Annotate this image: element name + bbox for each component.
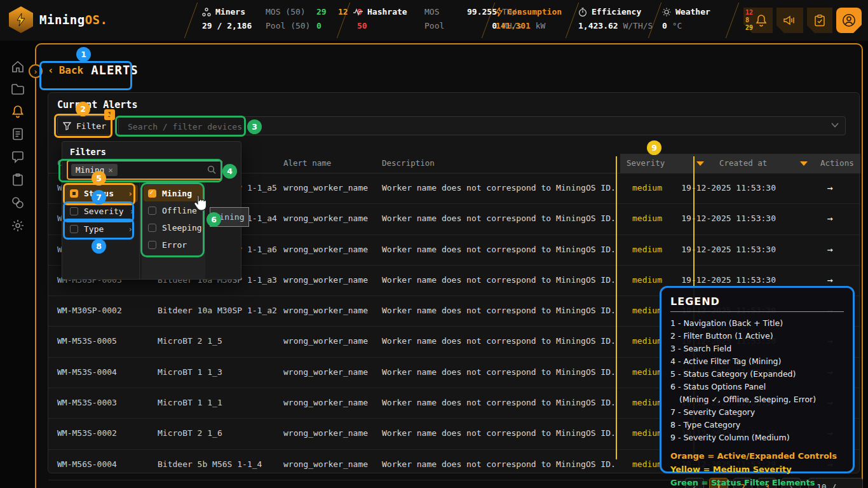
cell-comb-name: WM-M53S-0004 (57, 367, 117, 377)
severity-sort-icon[interactable] (696, 161, 704, 166)
category-checkbox[interactable] (70, 207, 78, 215)
page-title: ALERTS (91, 63, 139, 77)
coins-icon (11, 196, 25, 210)
row-action-arrow-icon[interactable]: → (817, 213, 843, 224)
chevron-right-icon: › (128, 189, 133, 198)
row-action-arrow-icon[interactable]: → (817, 244, 843, 255)
row-action-arrow-icon[interactable]: → (817, 182, 843, 194)
category-checkbox[interactable] (70, 189, 78, 198)
bell-icon (756, 14, 767, 27)
col-severity[interactable]: Severity (627, 158, 665, 168)
option-checkbox[interactable] (148, 241, 156, 249)
legend-title: LEGEND (670, 295, 844, 308)
legend-color-key: Orange = Active/Expanded Controls (670, 449, 844, 463)
legend-divider (670, 311, 844, 312)
cell-name: Bitdeer 10a M30SP 1-1_a2 (158, 306, 277, 315)
app-logo[interactable]: MiningOS. (9, 6, 107, 33)
cell-created-at: 19-12-2025 11:53:30 (674, 245, 776, 254)
tasks-button[interactable]: 8 (807, 8, 832, 33)
annotation-badge-2: 2 (76, 102, 90, 116)
notification-badge: 29 (745, 24, 753, 32)
status-option-sleeping[interactable]: Sleeping (144, 219, 203, 236)
annotation-badge-8: 8 (92, 239, 106, 254)
annotation-badge-3: 3 (247, 119, 262, 134)
cell-severity: medium (632, 306, 662, 315)
cell-alert-name: wrong_worker_name (283, 275, 368, 285)
status-option-error[interactable]: Error (144, 236, 203, 253)
legend-item: 6 - Status Options Panel (670, 381, 844, 393)
filter-category-type[interactable]: Type› (65, 220, 138, 238)
option-label: Sleeping (162, 223, 202, 233)
gear-icon (11, 219, 25, 233)
legend-item: 4 - Active Filter Tag (Mining) (670, 355, 844, 368)
cell-alert-name: wrong_worker_name (283, 367, 368, 377)
announcements-button[interactable] (776, 8, 803, 33)
divider (566, 3, 579, 38)
legend-item: 9 - Severity Column (Medium) (670, 431, 844, 444)
cell-description: Worker name does not correspond to Minin… (382, 336, 616, 346)
category-label: Type (84, 224, 104, 234)
divider (726, 3, 739, 38)
option-label: Mining (162, 189, 192, 198)
miners-ratio: 29 / 2,186 (202, 21, 266, 30)
cell-comb-name: WM-M53S-0005 (57, 336, 117, 346)
legend-color-key: Green = Status Filter Elements (670, 476, 844, 488)
chevron-down-icon[interactable] (831, 123, 839, 128)
hand-cursor (193, 194, 207, 211)
cell-alert-name: wrong_worker_name (283, 214, 368, 223)
sidebar-item-tasks[interactable] (11, 173, 25, 187)
col-description[interactable]: Description (382, 158, 435, 168)
col-created-at[interactable]: Created at (719, 158, 767, 168)
cell-severity: medium (632, 428, 662, 438)
logo-text: MiningOS. (39, 13, 107, 27)
mining-os-app: MiningOS. Miners MOS (50) 29 12 9 29 / 2… (0, 0, 868, 488)
search-input[interactable] (126, 117, 764, 136)
chevron-right-icon: › (128, 224, 133, 234)
cell-alert-name: wrong_worker_name (283, 398, 368, 407)
cell-severity: medium (632, 183, 662, 193)
miners-stat-group: Miners MOS (50) 29 12 9 29 / 2,186 Pool … (202, 7, 371, 30)
option-checkbox[interactable] (148, 189, 156, 198)
weather-value: 0 (662, 21, 667, 30)
user-icon (842, 13, 856, 27)
col-alert-name[interactable]: Alert name (283, 158, 331, 168)
option-checkbox[interactable] (148, 207, 156, 215)
cell-description: Worker name does not correspond to Minin… (382, 459, 616, 469)
cell-created-at: 19-12-2025 11:53:30 (674, 183, 776, 193)
filters-panel-title: Filters (70, 147, 106, 157)
sidebar-item-tokens[interactable] (11, 196, 25, 210)
filter-button[interactable]: Filter (57, 116, 112, 135)
sidebar-item-messages[interactable] (11, 150, 25, 164)
sidebar-item-devices[interactable] (11, 82, 25, 96)
cell-description: Worker name does not correspond to Minin… (382, 245, 616, 254)
bell-icon (11, 104, 25, 118)
cell-alert-name: wrong_worker_name (283, 245, 368, 254)
back-button[interactable]: ‹Back (48, 64, 83, 76)
sidebar-item-home[interactable] (11, 60, 25, 74)
remove-tag-icon[interactable]: × (108, 165, 113, 175)
sidebar-item-alerts[interactable] (11, 104, 25, 118)
sidebar-collapse-toggle[interactable]: › (29, 64, 43, 78)
col-actions: Actions (820, 158, 854, 168)
hashrate-pool-value: 0 (455, 21, 497, 30)
cell-severity: medium (632, 275, 662, 285)
filter-tag-input[interactable]: Mining × (67, 160, 222, 180)
option-checkbox[interactable] (148, 224, 156, 232)
sidebar-item-settings[interactable] (11, 219, 25, 233)
filter-category-severity[interactable]: Severity› (65, 203, 138, 220)
account-button[interactable] (836, 8, 862, 33)
sidebar-item-reports[interactable] (11, 127, 25, 141)
cell-alert-name: wrong_worker_name (283, 336, 368, 346)
category-checkbox[interactable] (70, 225, 78, 233)
created-sort-icon[interactable] (800, 161, 808, 166)
annotation-badge-7: 7 (92, 190, 106, 205)
consumption-stat-group: Consumption 141.301 kW (496, 7, 562, 30)
hashrate-mos-value: 99.255 (455, 7, 497, 17)
row-action-arrow-icon[interactable]: → (817, 274, 843, 286)
pool-ok-count: 0 (316, 21, 338, 30)
filter-count-badge: 1 (104, 109, 115, 120)
cell-comb-name: WM-M53S-0003 (57, 398, 117, 407)
speaker-icon (783, 15, 796, 26)
cell-comb-name: WM-M56S-0004 (57, 459, 117, 469)
notification-badge: 12 (745, 9, 753, 17)
